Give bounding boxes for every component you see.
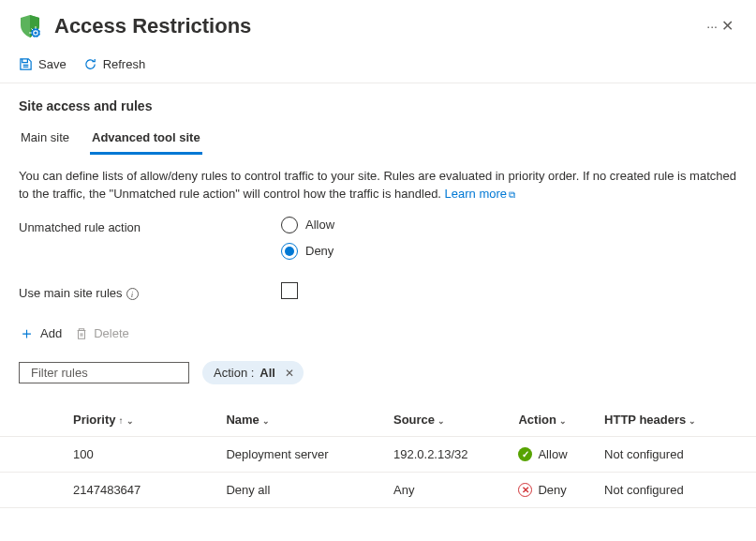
more-menu-button[interactable]: ···: [706, 19, 718, 34]
cell-source: Any: [393, 473, 518, 508]
plus-icon: ＋: [19, 323, 35, 344]
radio-deny[interactable]: Deny: [281, 243, 334, 260]
delete-button[interactable]: Delete: [75, 326, 129, 340]
cell-action: ✕Deny: [518, 473, 604, 508]
table-row[interactable]: 100Deployment server192.0.2.13/32✓AllowN…: [0, 437, 756, 473]
external-link-icon: ⧉: [509, 189, 515, 200]
col-priority[interactable]: Priority↑⌄: [0, 403, 226, 437]
cell-priority: 100: [0, 437, 226, 473]
col-action[interactable]: Action⌄: [518, 403, 604, 437]
filter-pill-action[interactable]: Action : All ✕: [202, 361, 304, 384]
use-main-rules-label: Use main site rulesi: [19, 282, 281, 301]
info-icon[interactable]: i: [126, 288, 139, 300]
page-title: Access Restrictions: [54, 14, 689, 38]
chevron-down-icon: ⌄: [262, 416, 270, 426]
radio-allow-label: Allow: [305, 218, 334, 232]
table-row[interactable]: 2147483647Deny allAny✕DenyNot configured: [0, 473, 756, 508]
description-text: You can define lists of allow/deny rules…: [0, 155, 756, 207]
trash-icon: [75, 327, 88, 340]
cell-priority: 2147483647: [0, 473, 226, 508]
chevron-down-icon: ⌄: [559, 416, 567, 426]
filter-input[interactable]: [31, 366, 188, 380]
radio-deny-label: Deny: [305, 244, 334, 258]
add-button[interactable]: ＋ Add: [19, 323, 62, 344]
use-main-rules-checkbox[interactable]: [281, 282, 298, 299]
radio-allow[interactable]: Allow: [281, 217, 334, 233]
delete-label: Delete: [94, 326, 129, 340]
col-name[interactable]: Name⌄: [226, 403, 393, 437]
chevron-down-icon: ⌄: [126, 416, 134, 426]
cell-action: ✓Allow: [518, 437, 604, 473]
radio-icon: [281, 243, 298, 260]
refresh-label: Refresh: [103, 57, 146, 71]
sort-up-icon: ↑: [119, 415, 124, 426]
chevron-down-icon: ⌄: [689, 416, 696, 426]
cell-http-headers: Not configured: [604, 437, 756, 473]
tab-main-site[interactable]: Main site: [19, 125, 71, 155]
rules-table: Priority↑⌄ Name⌄ Source⌄ Action⌄ HTTP he…: [0, 403, 756, 508]
filter-input-wrapper[interactable]: [19, 362, 189, 383]
allow-icon: ✓: [518, 447, 532, 461]
radio-icon: [281, 217, 298, 233]
chevron-down-icon: ⌄: [437, 416, 445, 426]
learn-more-link[interactable]: Learn more⧉: [445, 187, 515, 201]
col-source[interactable]: Source⌄: [393, 403, 518, 437]
cell-source: 192.0.2.13/32: [393, 437, 518, 473]
refresh-icon: [83, 57, 97, 71]
col-http-headers[interactable]: HTTP headers⌄: [604, 403, 756, 437]
section-title: Site access and rules: [0, 83, 756, 121]
refresh-button[interactable]: Refresh: [83, 57, 146, 71]
save-button[interactable]: Save: [19, 57, 67, 71]
pill-value: All: [259, 366, 275, 380]
add-label: Add: [40, 326, 62, 340]
cell-http-headers: Not configured: [604, 473, 756, 508]
close-button[interactable]: ✕: [718, 13, 737, 38]
pill-remove-icon[interactable]: ✕: [285, 367, 294, 380]
pill-label: Action :: [214, 366, 254, 380]
save-icon: [19, 57, 33, 71]
cell-name: Deployment server: [226, 437, 393, 473]
deny-icon: ✕: [518, 483, 532, 497]
save-label: Save: [38, 57, 67, 71]
shield-icon: [19, 14, 41, 38]
cell-name: Deny all: [226, 473, 393, 508]
tab-advanced-tool-site[interactable]: Advanced tool site: [90, 125, 202, 155]
unmatched-rule-label: Unmatched rule action: [19, 217, 281, 234]
